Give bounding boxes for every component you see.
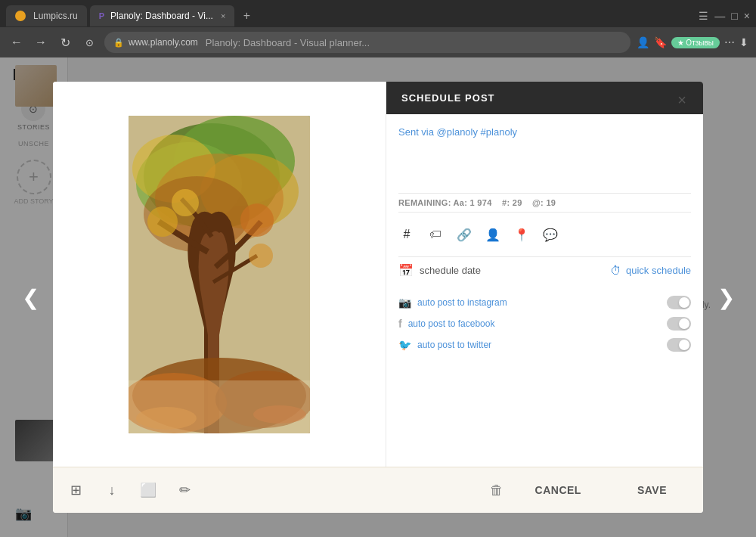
twitter-auto-post-text: auto post to twitter — [417, 340, 491, 350]
hashtag-tool-icon[interactable]: # — [398, 226, 415, 243]
tab-label-lumpics: Lumpics.ru — [33, 11, 78, 21]
post-image — [129, 116, 310, 433]
profile-icon[interactable]: 👤 — [637, 36, 649, 48]
panel-content: Sent via @planoly #planoly REMAINING: Aa… — [386, 114, 703, 467]
image-panel — [53, 82, 386, 467]
modal-close-button[interactable]: × — [671, 89, 692, 110]
grid-tool-button[interactable]: ⊞ — [65, 480, 86, 501]
home-button[interactable]: ⊙ — [80, 33, 98, 51]
address-url: www.planoly.com — [129, 37, 198, 48]
modal-overlay: ❮ ❯ × — [0, 57, 756, 537]
svg-point-17 — [249, 244, 273, 268]
close-window-button[interactable]: × — [744, 10, 750, 22]
tab-close-planoly[interactable]: × — [221, 11, 225, 20]
auto-post-twitter-row: 🐦 auto post to twitter — [398, 338, 691, 352]
address-bar[interactable]: 🔒 www.planoly.com Planoly: Dashboard - V… — [104, 32, 631, 53]
facebook-auto-post-text: auto post to facebook — [408, 318, 495, 329]
auto-post-instagram-label: 📷 auto post to instagram — [398, 296, 507, 309]
instagram-icon: 📷 — [398, 296, 411, 309]
remaining-bar: REMAINING: Aa: 1 974 #: 29 @: 19 — [398, 193, 691, 213]
download-tool-button[interactable]: ↓ — [101, 480, 122, 501]
tag-tool-icon[interactable]: 🏷 — [427, 226, 444, 243]
modal-wrapper: ❮ ❯ × — [53, 82, 703, 513]
schedule-date-label: schedule date — [420, 265, 481, 276]
remaining-at: @: 19 — [532, 198, 556, 207]
prev-post-button[interactable]: ❮ — [15, 282, 45, 312]
calendar-icon: 📅 — [398, 263, 414, 278]
svg-point-15 — [172, 189, 199, 216]
location-tool-icon[interactable]: 📍 — [513, 226, 530, 243]
auto-post-instagram-row: 📷 auto post to instagram — [398, 296, 691, 309]
auto-post-section: 📷 auto post to instagram f auto post to … — [398, 291, 691, 352]
auto-post-twitter-label: 🐦 auto post to twitter — [398, 339, 491, 351]
next-post-button[interactable]: ❯ — [711, 282, 741, 312]
svg-point-16 — [240, 203, 274, 237]
mention-tool-icon[interactable]: 👤 — [485, 226, 501, 243]
trash-button[interactable]: 🗑 — [490, 483, 503, 498]
svg-point-14 — [147, 206, 178, 237]
refresh-button[interactable]: ↻ — [56, 33, 74, 51]
tab-label-planoly: Planoly: Dashboard - Vi... — [110, 11, 213, 21]
browser-chrome: Lumpics.ru P Planoly: Dashboard - Vi... … — [0, 0, 756, 57]
browser-actions: 👤 🔖 ★ Отзывы ⋯ ⬇ — [637, 36, 748, 48]
crop-tool-button[interactable]: ⬜ — [138, 480, 159, 501]
schedule-row: 📅 schedule date ⏱ quick schedule — [398, 256, 691, 284]
schedule-post-modal: × — [53, 82, 703, 513]
back-button[interactable]: ← — [8, 33, 26, 51]
caption-input[interactable]: Sent via @planoly #planoly — [398, 125, 691, 185]
modal-body: SCHEDULE POST Sent via @planoly #planoly… — [53, 82, 703, 467]
lock-icon: 🔒 — [113, 38, 124, 48]
modal-footer: ⊞ ↓ ⬜ ✏ 🗑 CANCEL SAVE — [53, 467, 703, 513]
tab-planoly[interactable]: P Planoly: Dashboard - Vi... × — [90, 5, 235, 26]
tab-favicon-lumpics — [15, 11, 26, 21]
instagram-toggle[interactable] — [667, 296, 691, 309]
menu-icon[interactable]: ☰ — [699, 10, 708, 22]
panel-header: SCHEDULE POST — [386, 82, 703, 114]
instagram-auto-post-text: auto post to instagram — [417, 297, 507, 308]
schedule-date-button[interactable]: 📅 schedule date — [398, 263, 481, 278]
tab-favicon-planoly: P — [99, 11, 104, 20]
remaining-aa: Aa: 1 974 — [454, 198, 492, 207]
main-content: PLAN ⊙ STORIES UNSCHE + ADD STORY 📷 lf. … — [0, 57, 756, 537]
remaining-label: REMAINING: — [398, 198, 454, 207]
cancel-button[interactable]: CANCEL — [511, 476, 606, 504]
forward-button[interactable]: → — [32, 33, 50, 51]
tree-svg — [129, 116, 310, 433]
auto-post-facebook-label: f auto post to facebook — [398, 318, 494, 330]
nav-bar: ← → ↻ ⊙ 🔒 www.planoly.com Planoly: Dashb… — [0, 27, 756, 57]
save-button[interactable]: SAVE — [613, 476, 691, 504]
tab-lumpics[interactable]: Lumpics.ru — [6, 5, 87, 26]
svg-rect-13 — [129, 380, 310, 433]
facebook-toggle[interactable] — [667, 317, 691, 331]
twitter-icon: 🐦 — [398, 339, 411, 351]
minimize-button[interactable]: — — [714, 10, 725, 22]
bookmark-icon[interactable]: 🔖 — [654, 36, 667, 48]
download-icon[interactable]: ⬇ — [739, 36, 748, 48]
quick-schedule-button[interactable]: ⏱ quick schedule — [610, 264, 691, 277]
address-title: Planoly: Dashboard - Visual planner... — [206, 37, 370, 48]
link-tool-icon[interactable]: 🔗 — [456, 226, 472, 243]
reviews-badge[interactable]: ★ Отзывы — [671, 37, 720, 48]
quick-schedule-label: quick schedule — [626, 265, 691, 276]
tab-bar: Lumpics.ru P Planoly: Dashboard - Vi... … — [0, 0, 756, 27]
maximize-button[interactable]: □ — [731, 10, 737, 22]
toolbar-icons: # 🏷 🔗 👤 📍 💬 — [398, 220, 691, 249]
speech-tool-icon[interactable]: 💬 — [542, 226, 559, 243]
facebook-icon: f — [398, 318, 402, 330]
clock-icon: ⏱ — [610, 264, 621, 277]
panel-title: SCHEDULE POST — [401, 92, 495, 104]
edit-tool-button[interactable]: ✏ — [174, 480, 195, 501]
twitter-toggle[interactable] — [667, 338, 691, 352]
more-button[interactable]: ⋯ — [724, 36, 735, 48]
remaining-hash: #: 29 — [502, 198, 522, 207]
new-tab-button[interactable]: + — [237, 7, 256, 25]
footer-tools: ⊞ ↓ ⬜ ✏ — [65, 480, 270, 501]
auto-post-facebook-row: f auto post to facebook — [398, 317, 691, 331]
schedule-panel: SCHEDULE POST Sent via @planoly #planoly… — [386, 82, 703, 467]
